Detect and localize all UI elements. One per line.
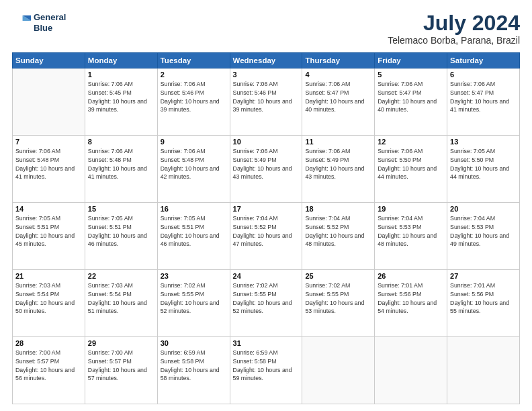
day-number: 29 <box>88 339 154 347</box>
calendar-cell <box>13 68 85 136</box>
day-number: 2 <box>161 71 227 79</box>
day-number: 16 <box>161 205 227 213</box>
day-info: Sunrise: 7:06 AMSunset: 5:46 PMDaylight:… <box>233 80 300 114</box>
day-number: 10 <box>233 138 300 146</box>
calendar-cell: 22Sunrise: 7:03 AMSunset: 5:54 PMDayligh… <box>85 270 157 337</box>
day-info: Sunrise: 7:06 AMSunset: 5:50 PMDaylight:… <box>378 147 444 181</box>
calendar-cell: 30Sunrise: 6:59 AMSunset: 5:58 PMDayligh… <box>157 337 230 404</box>
day-header-tuesday: Tuesday <box>157 53 230 68</box>
main-title: July 2024 <box>388 12 520 34</box>
day-header-sunday: Sunday <box>13 53 85 68</box>
calendar-week-0: 1Sunrise: 7:06 AMSunset: 5:45 PMDaylight… <box>13 68 520 136</box>
day-number: 9 <box>161 138 227 146</box>
day-info: Sunrise: 7:03 AMSunset: 5:54 PMDaylight:… <box>88 281 154 316</box>
calendar-week-4: 28Sunrise: 7:00 AMSunset: 5:57 PMDayligh… <box>13 337 520 404</box>
calendar-cell: 18Sunrise: 7:04 AMSunset: 5:52 PMDayligh… <box>302 203 375 270</box>
day-number: 21 <box>15 272 82 280</box>
day-number: 14 <box>15 205 82 213</box>
day-info: Sunrise: 7:06 AMSunset: 5:48 PMDaylight:… <box>161 147 227 181</box>
day-info: Sunrise: 7:05 AMSunset: 5:50 PMDaylight:… <box>450 147 517 181</box>
day-info: Sunrise: 6:59 AMSunset: 5:58 PMDaylight:… <box>233 349 300 383</box>
day-info: Sunrise: 7:06 AMSunset: 5:46 PMDaylight:… <box>161 80 227 114</box>
calendar-cell <box>375 337 447 404</box>
day-number: 11 <box>305 138 371 146</box>
day-header-wednesday: Wednesday <box>230 53 302 68</box>
day-info: Sunrise: 7:06 AMSunset: 5:48 PMDaylight:… <box>15 147 82 181</box>
calendar-cell: 31Sunrise: 6:59 AMSunset: 5:58 PMDayligh… <box>230 337 302 404</box>
calendar-cell: 28Sunrise: 7:00 AMSunset: 5:57 PMDayligh… <box>13 337 85 404</box>
calendar-cell: 20Sunrise: 7:04 AMSunset: 5:53 PMDayligh… <box>447 203 520 270</box>
calendar-cell: 15Sunrise: 7:05 AMSunset: 5:51 PMDayligh… <box>85 203 157 270</box>
calendar-cell: 26Sunrise: 7:01 AMSunset: 5:56 PMDayligh… <box>375 270 447 337</box>
day-number: 17 <box>233 205 300 213</box>
calendar-week-1: 7Sunrise: 7:06 AMSunset: 5:48 PMDaylight… <box>13 136 520 203</box>
calendar-cell: 19Sunrise: 7:04 AMSunset: 5:53 PMDayligh… <box>375 203 447 270</box>
header: General Blue July 2024 Telemaco Borba, P… <box>12 12 520 46</box>
day-number: 22 <box>88 272 154 280</box>
day-info: Sunrise: 7:02 AMSunset: 5:55 PMDaylight:… <box>233 281 300 316</box>
calendar-cell: 3Sunrise: 7:06 AMSunset: 5:46 PMDaylight… <box>230 68 302 136</box>
calendar-cell: 5Sunrise: 7:06 AMSunset: 5:47 PMDaylight… <box>375 68 447 136</box>
day-header-friday: Friday <box>375 53 447 68</box>
day-info: Sunrise: 7:01 AMSunset: 5:56 PMDaylight:… <box>378 281 444 316</box>
day-number: 6 <box>450 71 517 79</box>
day-number: 13 <box>450 138 517 146</box>
day-header-monday: Monday <box>85 53 157 68</box>
page: General Blue July 2024 Telemaco Borba, P… <box>0 0 532 411</box>
day-header-thursday: Thursday <box>302 53 375 68</box>
day-number: 28 <box>15 339 82 347</box>
calendar-cell: 10Sunrise: 7:06 AMSunset: 5:49 PMDayligh… <box>230 136 302 203</box>
day-number: 7 <box>15 138 82 146</box>
day-info: Sunrise: 7:02 AMSunset: 5:55 PMDaylight:… <box>161 281 227 316</box>
logo-icon <box>12 13 31 32</box>
calendar-cell: 21Sunrise: 7:03 AMSunset: 5:54 PMDayligh… <box>13 270 85 337</box>
day-info: Sunrise: 7:00 AMSunset: 5:57 PMDaylight:… <box>88 349 154 383</box>
calendar-cell: 13Sunrise: 7:05 AMSunset: 5:50 PMDayligh… <box>447 136 520 203</box>
day-info: Sunrise: 7:03 AMSunset: 5:54 PMDaylight:… <box>15 281 82 316</box>
day-number: 3 <box>233 71 300 79</box>
day-info: Sunrise: 6:59 AMSunset: 5:58 PMDaylight:… <box>161 349 227 383</box>
day-number: 4 <box>305 71 371 79</box>
day-info: Sunrise: 7:04 AMSunset: 5:52 PMDaylight:… <box>233 214 300 248</box>
day-info: Sunrise: 7:00 AMSunset: 5:57 PMDaylight:… <box>15 349 82 383</box>
day-number: 31 <box>233 339 300 347</box>
day-info: Sunrise: 7:05 AMSunset: 5:51 PMDaylight:… <box>88 214 154 248</box>
logo: General Blue <box>12 12 66 33</box>
calendar-cell: 2Sunrise: 7:06 AMSunset: 5:46 PMDaylight… <box>157 68 230 136</box>
calendar-cell: 1Sunrise: 7:06 AMSunset: 5:45 PMDaylight… <box>85 68 157 136</box>
calendar-week-3: 21Sunrise: 7:03 AMSunset: 5:54 PMDayligh… <box>13 270 520 337</box>
calendar-cell: 11Sunrise: 7:06 AMSunset: 5:49 PMDayligh… <box>302 136 375 203</box>
day-number: 27 <box>450 272 517 280</box>
day-number: 24 <box>233 272 300 280</box>
day-info: Sunrise: 7:06 AMSunset: 5:47 PMDaylight:… <box>450 80 517 114</box>
title-block: July 2024 Telemaco Borba, Parana, Brazil <box>388 12 520 46</box>
day-info: Sunrise: 7:06 AMSunset: 5:45 PMDaylight:… <box>88 80 154 114</box>
calendar-cell: 25Sunrise: 7:02 AMSunset: 5:55 PMDayligh… <box>302 270 375 337</box>
day-number: 30 <box>161 339 227 347</box>
day-number: 25 <box>305 272 371 280</box>
day-number: 5 <box>378 71 444 79</box>
day-info: Sunrise: 7:04 AMSunset: 5:52 PMDaylight:… <box>305 214 371 248</box>
day-info: Sunrise: 7:04 AMSunset: 5:53 PMDaylight:… <box>378 214 444 248</box>
calendar-cell: 24Sunrise: 7:02 AMSunset: 5:55 PMDayligh… <box>230 270 302 337</box>
day-number: 1 <box>88 71 154 79</box>
calendar-cell: 27Sunrise: 7:01 AMSunset: 5:56 PMDayligh… <box>447 270 520 337</box>
calendar-table: SundayMondayTuesdayWednesdayThursdayFrid… <box>12 52 520 404</box>
calendar-cell: 23Sunrise: 7:02 AMSunset: 5:55 PMDayligh… <box>157 270 230 337</box>
day-number: 18 <box>305 205 371 213</box>
day-header-saturday: Saturday <box>447 53 520 68</box>
day-number: 15 <box>88 205 154 213</box>
logo-text: General Blue <box>34 12 66 33</box>
day-number: 12 <box>378 138 444 146</box>
day-number: 26 <box>378 272 444 280</box>
calendar-header-row: SundayMondayTuesdayWednesdayThursdayFrid… <box>13 53 520 68</box>
day-number: 20 <box>450 205 517 213</box>
calendar-cell: 14Sunrise: 7:05 AMSunset: 5:51 PMDayligh… <box>13 203 85 270</box>
day-info: Sunrise: 7:06 AMSunset: 5:49 PMDaylight:… <box>233 147 300 181</box>
day-info: Sunrise: 7:02 AMSunset: 5:55 PMDaylight:… <box>305 281 371 316</box>
day-info: Sunrise: 7:04 AMSunset: 5:53 PMDaylight:… <box>450 214 517 248</box>
calendar-cell: 4Sunrise: 7:06 AMSunset: 5:47 PMDaylight… <box>302 68 375 136</box>
day-number: 19 <box>378 205 444 213</box>
day-number: 8 <box>88 138 154 146</box>
calendar-cell <box>302 337 375 404</box>
